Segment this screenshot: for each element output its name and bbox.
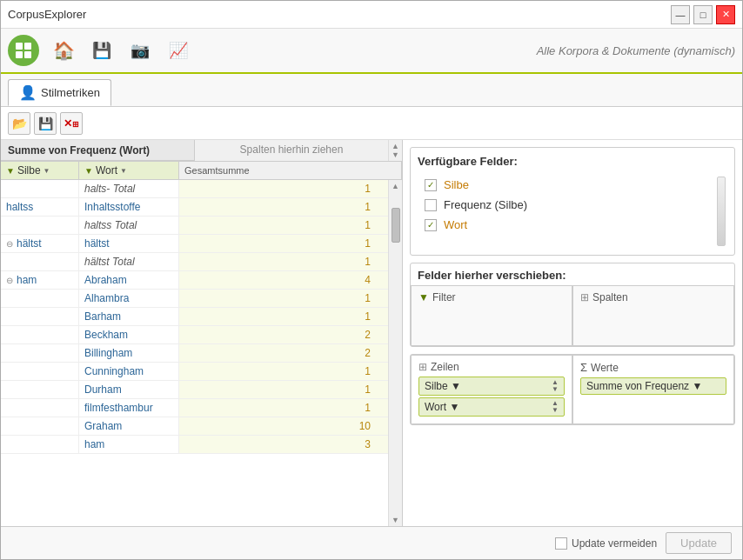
main-content: Summe von Frequenz (Wort) Spalten hierhi…	[1, 140, 742, 526]
expand-button[interactable]: ⊖	[6, 239, 13, 249]
svg-rect-2	[16, 51, 23, 58]
pivot-col-headers: ▼ Silbe ▼ ▼ Wort ▼ Gesamtsumme	[1, 162, 402, 180]
spalten-label: Spalten	[592, 291, 628, 303]
zeilen-wort-item: Wort ▼ ▲ ▼	[418, 397, 565, 417]
fields-section-inner: ✓SilbeFrequenz (Silbe)✓Wort	[418, 175, 727, 248]
minimize-button[interactable]: —	[671, 5, 690, 24]
maximize-button[interactable]: □	[693, 5, 713, 24]
table-row: ⊖hamAbraham4	[1, 271, 388, 290]
column-drag-area[interactable]: Spalten hierhin ziehen	[194, 140, 388, 161]
scroll-down-icon[interactable]: ▼	[392, 150, 399, 159]
cell-gesamt: 2	[179, 344, 388, 362]
cell-silbe	[1, 344, 79, 362]
save-icon: 💾	[38, 117, 53, 130]
update-button[interactable]: Update	[666, 532, 732, 554]
sub-toolbar: 📂 💾 ✕⊞	[1, 107, 742, 140]
export-button[interactable]: ✕⊞	[60, 112, 83, 135]
field-name: Silbe	[444, 178, 469, 191]
cell-silbe: ⊖ham	[1, 271, 79, 289]
cell-wort: ham	[79, 436, 179, 453]
cell-wort: Barham	[79, 308, 179, 325]
cell-silbe	[1, 326, 79, 343]
table-row: filmfesthambur1	[1, 399, 388, 417]
arrow-down-silbe[interactable]: ▼	[552, 386, 559, 393]
drag-fields-inner: ▼ Filter ⊞ Spalten	[411, 285, 734, 346]
zeilen-wort-dropdown[interactable]: Wort ▼	[425, 401, 552, 413]
available-fields-title: Verfügbare Felder:	[418, 155, 727, 168]
table-row: Billingham2	[1, 344, 388, 363]
save-button[interactable]: 💾	[88, 37, 116, 64]
svg-rect-0	[16, 43, 23, 50]
cell-silbe	[1, 363, 79, 380]
pivot-top-scroll: ▲ ▼	[388, 140, 402, 161]
dropdown-wort-icon[interactable]: ▼	[120, 167, 127, 175]
field-checkbox[interactable]: ✓	[425, 179, 437, 191]
cell-gesamt: 1	[179, 399, 388, 417]
update-vermeiden-checkbox[interactable]	[555, 537, 567, 550]
update-vermeiden-label: Update vermeiden	[572, 537, 657, 550]
tab-stilmetriken-label: Stilmetriken	[41, 86, 100, 99]
field-name: Frequenz (Silbe)	[444, 198, 527, 211]
scroll-thumb[interactable]	[392, 208, 400, 243]
camera-button[interactable]: 📷	[126, 37, 154, 64]
table-row: Alhambra1	[1, 290, 388, 308]
arrow-down-wort[interactable]: ▼	[552, 407, 559, 414]
window-controls: — □ ✕	[671, 5, 735, 24]
cell-gesamt: 3	[179, 436, 388, 453]
right-panel: Verfügbare Felder: ✓SilbeFrequenz (Silbe…	[403, 140, 742, 526]
werte-box: Σ Werte Summe von Frequenz ▼	[572, 355, 734, 424]
close-button[interactable]: ✕	[716, 5, 735, 24]
pivot-body[interactable]: halts- Total1haltssInhaltsstoffe1haltss …	[1, 180, 388, 526]
fields-scrollbar[interactable]	[717, 177, 726, 246]
scroll-up-btn[interactable]: ▲	[392, 180, 399, 190]
pivot-header: Summe von Frequenz (Wort)	[1, 140, 194, 161]
table-row: hältst Total1	[1, 253, 388, 271]
cell-gesamt: 1	[179, 180, 388, 197]
pivot-scrollbar[interactable]: ▲ ▼	[388, 180, 402, 526]
filter-box[interactable]: ▼ Filter	[411, 285, 572, 346]
zeilen-label: Zeilen	[431, 361, 459, 373]
zeilen-icon: ⊞	[418, 361, 427, 373]
table-row: Cunningham1	[1, 363, 388, 381]
cell-gesamt: 1	[179, 217, 388, 234]
cell-wort: filmfesthambur	[79, 399, 179, 417]
open-folder-button[interactable]: 📂	[8, 112, 30, 135]
filter-icon-silbe: ▼	[6, 166, 15, 176]
cell-silbe	[1, 417, 79, 435]
drag-fields-section: Felder hierher verschieben: ▼ Filter ⊞ S…	[410, 263, 735, 347]
cell-wort: Billingham	[79, 344, 179, 362]
folder-icon: 📂	[12, 117, 27, 130]
zeilen-silbe-dropdown[interactable]: Silbe ▼	[425, 380, 552, 392]
scroll-up-icon[interactable]: ▲	[392, 142, 399, 150]
cell-wort: Cunningham	[79, 363, 179, 380]
field-checkbox[interactable]: ✓	[425, 219, 437, 231]
window-title: CorpusExplorer	[8, 8, 86, 21]
scroll-down-btn[interactable]: ▼	[392, 516, 399, 526]
expand-button[interactable]: ⊖	[6, 276, 13, 285]
pivot-panel: Summe von Frequenz (Wort) Spalten hierhi…	[1, 140, 403, 526]
pivot-body-container: halts- Total1haltssInhaltsstoffe1haltss …	[1, 180, 402, 526]
tab-stilmetriken[interactable]: 👤 Stilmetriken	[8, 79, 111, 106]
tab-bar: 👤 Stilmetriken	[1, 74, 742, 107]
cell-gesamt: 1	[179, 198, 388, 216]
svg-rect-3	[24, 51, 31, 58]
cell-silbe: haltss	[1, 198, 79, 216]
field-checkbox[interactable]	[425, 199, 437, 211]
cell-silbe	[1, 290, 79, 307]
col-header-silbe: ▼ Silbe ▼	[1, 162, 79, 179]
filter-label: Filter	[432, 291, 456, 303]
spalten-box[interactable]: ⊞ Spalten	[572, 285, 734, 346]
save-file-button[interactable]: 💾	[34, 112, 57, 135]
filter-box-icon: ▼	[418, 291, 429, 303]
app-logo-button[interactable]	[8, 35, 39, 66]
werte-freq-dropdown[interactable]: Summe von Frequenz ▼	[586, 380, 720, 392]
werte-freq-item: Summe von Frequenz ▼	[580, 377, 726, 395]
table-row: Graham10	[1, 417, 388, 436]
dropdown-silbe-icon[interactable]: ▼	[44, 167, 50, 175]
update-vermeiden-container: Update vermeiden	[555, 537, 657, 550]
home-button[interactable]: 🏠	[50, 37, 77, 64]
chart-button[interactable]: 📈	[164, 37, 192, 64]
table-row: halts- Total1	[1, 180, 388, 198]
cell-gesamt: 1	[179, 253, 388, 270]
cell-gesamt: 2	[179, 326, 388, 343]
